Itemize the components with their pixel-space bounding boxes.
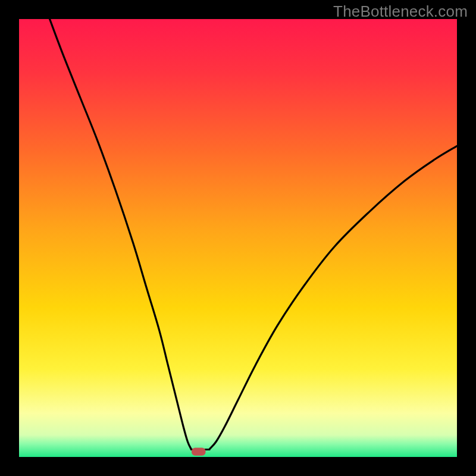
chart-frame: TheBottleneck.com: [0, 0, 476, 476]
optimal-marker: [192, 448, 206, 456]
gradient-background: [19, 19, 457, 457]
watermark-text: TheBottleneck.com: [333, 2, 468, 21]
bottleneck-chart: [19, 19, 457, 457]
